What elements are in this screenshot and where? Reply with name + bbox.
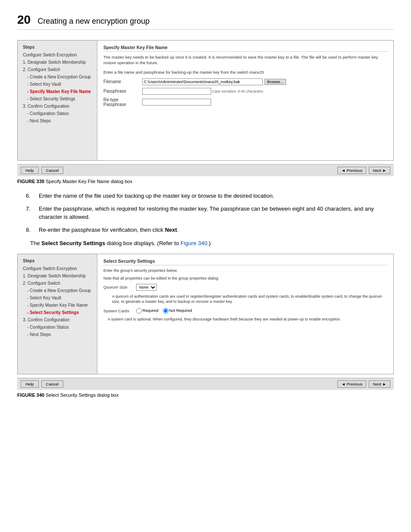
step-key-vault-339: - Select Key Vault [23,81,92,87]
step-designate-339: 1. Designate Switch Membership [23,59,92,65]
step-6-num: 6. [26,192,35,200]
step-6-item: 6. Enter the name of the file used for b… [26,192,394,200]
previous-button-340[interactable]: ◄ Previous [337,380,366,388]
radio-not-required-label: Not Required [169,308,192,313]
dialog-340-right-panel: Select Security Settings Enter the group… [97,254,393,374]
passphrase-label: Passphrase [103,89,142,93]
dialog-339-desc2: Enter a file name and passphrase for bac… [103,69,387,75]
step-designate-340: 1. Designate Switch Membership [23,273,92,279]
retype-input[interactable] [142,99,211,106]
step-7-item: 7. Enter the passphrase, which is requir… [26,205,394,221]
radio-required-input[interactable] [136,308,142,314]
steps-title-340: Steps [23,258,92,263]
step-security-settings-339: - Select Security Settings [23,96,92,102]
figure-340-label: FIGURE 340 [17,392,44,398]
steps-list: 6. Enter the name of the file used for b… [26,192,394,234]
dialog-339-right-panel: Specify Master Key File Name The master … [97,40,393,160]
dialog-340-left-panel: Steps Configure Switch Encryption 1. Des… [18,254,97,374]
filename-input[interactable] [142,78,263,85]
steps-title-339: Steps [23,45,92,50]
step-6-content: Enter the name of the file used for back… [39,192,394,200]
footer-339-right: ◄ Previous Next ► [337,167,390,174]
filename-label: Filename [103,79,142,84]
step-configure-switch-340: 2. Configure Switch [23,280,92,286]
filename-row: Filename Browse... [103,78,387,85]
step-create-group-340: - Create a New Encryption Group [23,288,92,294]
page-number: 20 [17,13,31,27]
step-8-item: 8. Re-enter the passphrase for verificat… [26,226,394,234]
step-master-key-339: - Specify Master Key File Name [23,89,92,95]
retype-label: Re-type Passphrase [103,97,142,107]
indent-text-mid: dialog box displays. (Refer to [105,240,181,246]
figure-339-caption: FIGURE 339 Specify Master Key File Name … [17,179,394,184]
figure-339-label: FIGURE 339 [17,179,44,184]
step-8-after: . [177,227,179,233]
step-create-group-339: - Create a New Encryption Group [23,74,92,80]
dialog-339-left-panel: Steps Configure Switch Encryption 1. Des… [18,40,97,160]
passphrase-row: Passphrase Case sensitive, 8-40 characte… [103,88,387,95]
indent-text-post: .) [207,240,211,246]
step-confirm-340: 3. Confirm Configuration [23,317,92,323]
radio-group-system-cards: Required Not Required [136,308,192,314]
step-configure-switch-339: 2. Configure Switch [23,67,92,73]
passphrase-hint: Case sensitive, 8-40 characters [212,89,263,93]
step-8-bold: Next [165,227,177,233]
page-title: Creating a new encryption group [37,17,149,26]
next-button-340[interactable]: Next ► [369,380,390,388]
browse-button[interactable]: Browse... [265,79,286,85]
previous-button-339[interactable]: ◄ Previous [337,167,366,174]
radio-required: Required [136,308,159,314]
radio-required-label: Required [143,308,159,313]
system-cards-label: System Cards [103,308,134,313]
footer-340-right: ◄ Previous Next ► [337,380,390,388]
step-master-key-340: - Specify Master Key File Name [23,302,92,308]
cancel-button-340[interactable]: Cancel [41,380,64,388]
dialog-339-footer: Help Cancel ◄ Previous Next ► [17,164,394,176]
system-cards-row: System Cards Required Not Required [103,308,387,314]
indent-bold: Select Security Settings [41,240,105,246]
quorum-select[interactable]: None 1 2 3 [136,284,157,291]
step-security-settings-340: - Select Security Settings [23,310,92,316]
step-8-text: Re-enter the passphrase for verification… [39,227,165,233]
quorum-label: Quorum Size [103,285,134,289]
dialog-340-panel-title: Select Security Settings [103,258,387,265]
retype-row: Re-type Passphrase [103,97,387,107]
quorum-desc: A quorum of authentication cards are use… [112,294,387,305]
dialog-340-footer: Help Cancel ◄ Previous Next ► [17,378,394,390]
step-next-steps-339: - Next Steps [23,118,92,124]
step-7-num: 7. [26,205,35,213]
dialog-340-desc1: Enter the group's security properties be… [103,268,387,274]
figure-340-caption-text: Select Security Settings dialog box [46,392,118,398]
help-button-340[interactable]: Help [21,380,39,388]
figure-339-caption-text: Specify Master Key File Name dialog box [46,179,132,184]
footer-340-left: Help Cancel [21,380,63,388]
dialog-340-desc2: Note that all properties can be edited i… [103,276,387,281]
step-configure-switch-encryption-340: Configure Switch Encryption [23,266,92,272]
step-7-content: Enter the passphrase, which is required … [39,205,394,221]
footer-339-left: Help Cancel [21,167,63,174]
step-8-num: 8. [26,226,35,234]
radio-not-required-input[interactable] [163,308,168,314]
step-confirm-339: 3. Confirm Configuration [23,103,92,109]
step-next-steps-340: - Next Steps [23,332,92,338]
passphrase-input[interactable] [142,88,211,95]
step-config-status-340: - Configuration Status [23,324,92,330]
radio-not-required: Not Required [163,308,192,314]
indent-paragraph: The Select Security Settings dialog box … [30,239,394,248]
step-key-vault-340: - Select Key Vault [23,295,92,301]
figure-340-link[interactable]: Figure 340 [181,240,207,246]
dialog-339-desc1: The master key needs to be backed up onc… [103,54,387,66]
help-button-339[interactable]: Help [21,167,39,174]
step-configure-switch-encryption-339: Configure Switch Encryption [23,52,92,58]
indent-text-pre: The [30,240,41,246]
page-header: 20 Creating a new encryption group [17,13,394,30]
dialog-340: Steps Configure Switch Encryption 1. Des… [17,254,394,374]
dialog-339-panel-title: Specify Master Key File Name [103,45,387,52]
step-config-status-339: - Configuration Status [23,111,92,117]
next-button-339[interactable]: Next ► [369,167,390,174]
cancel-button-339[interactable]: Cancel [41,167,64,174]
system-cards-desc: A system card is optional. When configur… [108,317,387,322]
dialog-339: Steps Configure Switch Encryption 1. Des… [17,40,394,161]
step-8-content: Re-enter the passphrase for verification… [39,226,394,234]
figure-340-caption: FIGURE 340 Select Security Settings dial… [17,392,394,398]
